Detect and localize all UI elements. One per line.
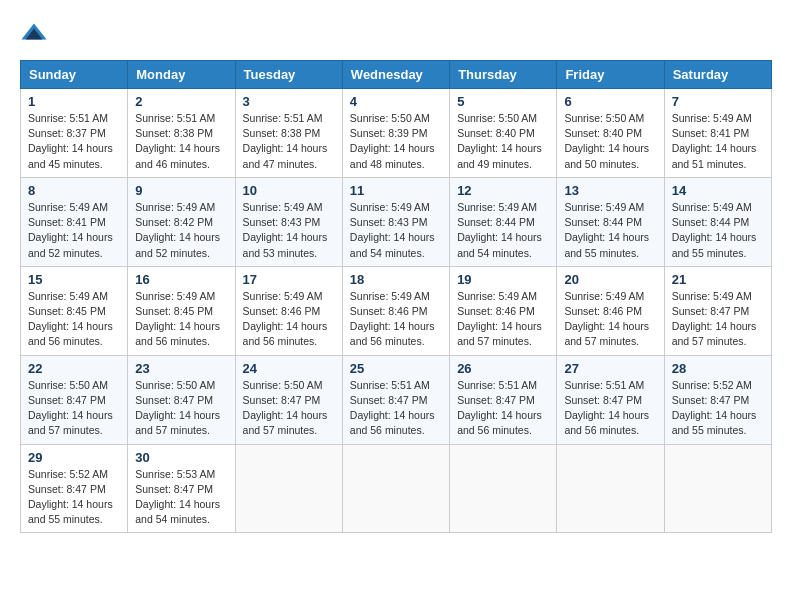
cell-info: Sunrise: 5:49 AMSunset: 8:46 PMDaylight:… — [243, 290, 328, 348]
day-number: 12 — [457, 183, 549, 198]
cell-info: Sunrise: 5:49 AMSunset: 8:45 PMDaylight:… — [28, 290, 113, 348]
calendar-header: SundayMondayTuesdayWednesdayThursdayFrid… — [21, 61, 772, 89]
day-number: 14 — [672, 183, 764, 198]
calendar-week-row: 22 Sunrise: 5:50 AMSunset: 8:47 PMDaylig… — [21, 355, 772, 444]
weekday-header: Tuesday — [235, 61, 342, 89]
cell-info: Sunrise: 5:49 AMSunset: 8:42 PMDaylight:… — [135, 201, 220, 259]
cell-info: Sunrise: 5:49 AMSunset: 8:46 PMDaylight:… — [350, 290, 435, 348]
calendar-week-row: 1 Sunrise: 5:51 AMSunset: 8:37 PMDayligh… — [21, 89, 772, 178]
day-number: 5 — [457, 94, 549, 109]
cell-info: Sunrise: 5:49 AMSunset: 8:45 PMDaylight:… — [135, 290, 220, 348]
calendar-cell — [557, 444, 664, 533]
calendar-cell: 12 Sunrise: 5:49 AMSunset: 8:44 PMDaylig… — [450, 177, 557, 266]
day-number: 13 — [564, 183, 656, 198]
calendar-cell: 25 Sunrise: 5:51 AMSunset: 8:47 PMDaylig… — [342, 355, 449, 444]
cell-info: Sunrise: 5:49 AMSunset: 8:43 PMDaylight:… — [350, 201, 435, 259]
cell-info: Sunrise: 5:49 AMSunset: 8:41 PMDaylight:… — [672, 112, 757, 170]
day-number: 17 — [243, 272, 335, 287]
day-number: 25 — [350, 361, 442, 376]
cell-info: Sunrise: 5:50 AMSunset: 8:40 PMDaylight:… — [564, 112, 649, 170]
calendar-cell: 18 Sunrise: 5:49 AMSunset: 8:46 PMDaylig… — [342, 266, 449, 355]
day-number: 22 — [28, 361, 120, 376]
calendar-cell: 19 Sunrise: 5:49 AMSunset: 8:46 PMDaylig… — [450, 266, 557, 355]
cell-info: Sunrise: 5:49 AMSunset: 8:46 PMDaylight:… — [564, 290, 649, 348]
calendar-cell: 1 Sunrise: 5:51 AMSunset: 8:37 PMDayligh… — [21, 89, 128, 178]
day-number: 8 — [28, 183, 120, 198]
day-number: 20 — [564, 272, 656, 287]
day-number: 15 — [28, 272, 120, 287]
cell-info: Sunrise: 5:49 AMSunset: 8:44 PMDaylight:… — [457, 201, 542, 259]
day-number: 26 — [457, 361, 549, 376]
weekday-header: Sunday — [21, 61, 128, 89]
calendar-cell: 11 Sunrise: 5:49 AMSunset: 8:43 PMDaylig… — [342, 177, 449, 266]
calendar-cell: 3 Sunrise: 5:51 AMSunset: 8:38 PMDayligh… — [235, 89, 342, 178]
day-number: 21 — [672, 272, 764, 287]
calendar-week-row: 29 Sunrise: 5:52 AMSunset: 8:47 PMDaylig… — [21, 444, 772, 533]
calendar-cell: 23 Sunrise: 5:50 AMSunset: 8:47 PMDaylig… — [128, 355, 235, 444]
day-number: 29 — [28, 450, 120, 465]
cell-info: Sunrise: 5:49 AMSunset: 8:41 PMDaylight:… — [28, 201, 113, 259]
logo-icon — [20, 20, 48, 48]
weekday-header: Friday — [557, 61, 664, 89]
calendar-cell: 4 Sunrise: 5:50 AMSunset: 8:39 PMDayligh… — [342, 89, 449, 178]
cell-info: Sunrise: 5:51 AMSunset: 8:47 PMDaylight:… — [564, 379, 649, 437]
calendar-cell: 7 Sunrise: 5:49 AMSunset: 8:41 PMDayligh… — [664, 89, 771, 178]
day-number: 24 — [243, 361, 335, 376]
cell-info: Sunrise: 5:52 AMSunset: 8:47 PMDaylight:… — [28, 468, 113, 526]
cell-info: Sunrise: 5:49 AMSunset: 8:44 PMDaylight:… — [672, 201, 757, 259]
calendar-cell: 29 Sunrise: 5:52 AMSunset: 8:47 PMDaylig… — [21, 444, 128, 533]
day-number: 6 — [564, 94, 656, 109]
calendar-cell — [342, 444, 449, 533]
page-header — [20, 20, 772, 48]
cell-info: Sunrise: 5:51 AMSunset: 8:38 PMDaylight:… — [135, 112, 220, 170]
cell-info: Sunrise: 5:51 AMSunset: 8:37 PMDaylight:… — [28, 112, 113, 170]
calendar-cell — [664, 444, 771, 533]
day-number: 18 — [350, 272, 442, 287]
calendar-cell — [450, 444, 557, 533]
calendar-cell: 28 Sunrise: 5:52 AMSunset: 8:47 PMDaylig… — [664, 355, 771, 444]
cell-info: Sunrise: 5:49 AMSunset: 8:44 PMDaylight:… — [564, 201, 649, 259]
header-row: SundayMondayTuesdayWednesdayThursdayFrid… — [21, 61, 772, 89]
logo — [20, 20, 52, 48]
calendar-week-row: 8 Sunrise: 5:49 AMSunset: 8:41 PMDayligh… — [21, 177, 772, 266]
calendar-cell: 30 Sunrise: 5:53 AMSunset: 8:47 PMDaylig… — [128, 444, 235, 533]
calendar-cell: 9 Sunrise: 5:49 AMSunset: 8:42 PMDayligh… — [128, 177, 235, 266]
cell-info: Sunrise: 5:52 AMSunset: 8:47 PMDaylight:… — [672, 379, 757, 437]
calendar-body: 1 Sunrise: 5:51 AMSunset: 8:37 PMDayligh… — [21, 89, 772, 533]
day-number: 2 — [135, 94, 227, 109]
calendar-week-row: 15 Sunrise: 5:49 AMSunset: 8:45 PMDaylig… — [21, 266, 772, 355]
cell-info: Sunrise: 5:50 AMSunset: 8:40 PMDaylight:… — [457, 112, 542, 170]
cell-info: Sunrise: 5:51 AMSunset: 8:38 PMDaylight:… — [243, 112, 328, 170]
day-number: 10 — [243, 183, 335, 198]
calendar-cell: 5 Sunrise: 5:50 AMSunset: 8:40 PMDayligh… — [450, 89, 557, 178]
calendar-cell: 6 Sunrise: 5:50 AMSunset: 8:40 PMDayligh… — [557, 89, 664, 178]
weekday-header: Monday — [128, 61, 235, 89]
calendar-cell: 21 Sunrise: 5:49 AMSunset: 8:47 PMDaylig… — [664, 266, 771, 355]
cell-info: Sunrise: 5:51 AMSunset: 8:47 PMDaylight:… — [350, 379, 435, 437]
day-number: 16 — [135, 272, 227, 287]
day-number: 1 — [28, 94, 120, 109]
cell-info: Sunrise: 5:50 AMSunset: 8:39 PMDaylight:… — [350, 112, 435, 170]
cell-info: Sunrise: 5:49 AMSunset: 8:43 PMDaylight:… — [243, 201, 328, 259]
calendar-cell: 24 Sunrise: 5:50 AMSunset: 8:47 PMDaylig… — [235, 355, 342, 444]
calendar-cell: 22 Sunrise: 5:50 AMSunset: 8:47 PMDaylig… — [21, 355, 128, 444]
day-number: 23 — [135, 361, 227, 376]
calendar-cell: 20 Sunrise: 5:49 AMSunset: 8:46 PMDaylig… — [557, 266, 664, 355]
day-number: 4 — [350, 94, 442, 109]
calendar-cell: 26 Sunrise: 5:51 AMSunset: 8:47 PMDaylig… — [450, 355, 557, 444]
calendar-cell: 2 Sunrise: 5:51 AMSunset: 8:38 PMDayligh… — [128, 89, 235, 178]
calendar-cell — [235, 444, 342, 533]
weekday-header: Thursday — [450, 61, 557, 89]
cell-info: Sunrise: 5:49 AMSunset: 8:47 PMDaylight:… — [672, 290, 757, 348]
cell-info: Sunrise: 5:49 AMSunset: 8:46 PMDaylight:… — [457, 290, 542, 348]
calendar-cell: 15 Sunrise: 5:49 AMSunset: 8:45 PMDaylig… — [21, 266, 128, 355]
calendar-table: SundayMondayTuesdayWednesdayThursdayFrid… — [20, 60, 772, 533]
day-number: 9 — [135, 183, 227, 198]
day-number: 28 — [672, 361, 764, 376]
cell-info: Sunrise: 5:53 AMSunset: 8:47 PMDaylight:… — [135, 468, 220, 526]
weekday-header: Wednesday — [342, 61, 449, 89]
day-number: 11 — [350, 183, 442, 198]
day-number: 7 — [672, 94, 764, 109]
weekday-header: Saturday — [664, 61, 771, 89]
cell-info: Sunrise: 5:50 AMSunset: 8:47 PMDaylight:… — [28, 379, 113, 437]
